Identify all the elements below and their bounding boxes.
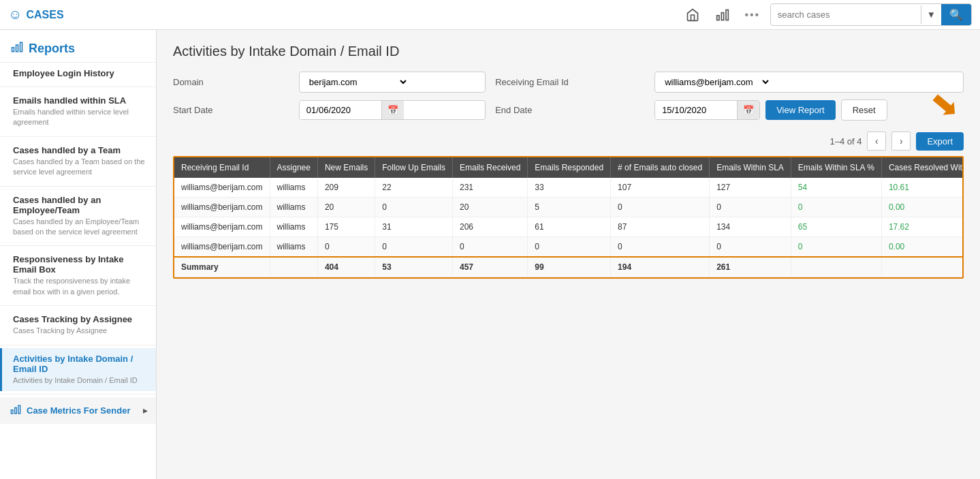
case-metrics-icon bbox=[10, 404, 21, 417]
sidebar-reports-label: Reports bbox=[29, 42, 75, 56]
end-date-label: End Date bbox=[495, 105, 645, 115]
more-button[interactable]: ••• bbox=[740, 3, 765, 27]
sidebar-item-title: Employee Login History bbox=[13, 68, 145, 78]
svg-rect-1 bbox=[721, 12, 723, 20]
case-metrics-label: Case Metrics For Sender bbox=[27, 405, 130, 416]
sidebar-item-responsiveness[interactable]: Responsiveness by Intake Email Box Track… bbox=[0, 249, 156, 303]
cell-emails-responded: 61 bbox=[528, 217, 611, 237]
cell-assignee: williams bbox=[270, 198, 317, 217]
sidebar-item-desc: Cases handled by a Team based on the ser… bbox=[13, 157, 145, 178]
sidebar-item-cases-employee-team[interactable]: Cases handled by an Employee/Team Cases … bbox=[0, 189, 156, 243]
pagination-info: 1–4 of 4 bbox=[829, 136, 862, 146]
sidebar-item-cases-team[interactable]: Cases handled by a Team Cases handled by… bbox=[0, 140, 156, 183]
sidebar-item-case-metrics[interactable]: Case Metrics For Sender ▸ bbox=[0, 397, 156, 424]
cell-follow-up-emails: 31 bbox=[375, 217, 453, 237]
domain-select[interactable]: berijam.com bbox=[300, 72, 409, 92]
cell-cases-resolved-sla: 17.62 bbox=[881, 217, 964, 237]
search-input[interactable] bbox=[771, 5, 921, 24]
cell-emails-within-sla-pct: 65 bbox=[791, 217, 881, 237]
receiving-email-label: Receiving Email Id bbox=[495, 77, 645, 87]
cell-emails-responded: 5 bbox=[528, 198, 611, 217]
search-dropdown-button[interactable]: ▼ bbox=[921, 5, 941, 24]
top-nav-icons: ••• ▼ 🔍 bbox=[680, 3, 972, 27]
col-emails-auto-closed: # of Emails auto closed bbox=[611, 157, 710, 178]
cell-emails-received: 20 bbox=[452, 198, 527, 217]
domain-label: Domain bbox=[173, 77, 289, 87]
cell-follow-up-emails: 0 bbox=[375, 237, 453, 258]
cell-emails-auto-closed: 107 bbox=[611, 178, 710, 198]
receiving-email-select-wrap: williams@berijam.com bbox=[654, 72, 964, 93]
sidebar-item-cases-tracking[interactable]: Cases Tracking by Assignee Cases Trackin… bbox=[0, 309, 156, 341]
start-date-wrap: 📅 bbox=[299, 100, 486, 120]
summary-resolved bbox=[881, 257, 964, 277]
col-assignee: Assignee bbox=[270, 157, 317, 178]
cell-emails-within-sla: 0 bbox=[710, 237, 791, 258]
start-date-calendar-icon[interactable]: 📅 bbox=[381, 101, 404, 119]
table-toolbar: 1–4 of 4 ‹ › Export bbox=[173, 132, 964, 151]
svg-rect-4 bbox=[16, 45, 18, 52]
summary-follow-up: 53 bbox=[375, 257, 453, 277]
cell-emails-within-sla: 0 bbox=[710, 198, 791, 217]
col-follow-up-emails: Follow Up Emails bbox=[375, 157, 453, 178]
main-content: Activities by Intake Domain / Email ID ➡… bbox=[157, 30, 980, 479]
cell-assignee: williams bbox=[270, 178, 317, 198]
cell-emails-received: 231 bbox=[452, 178, 527, 198]
pagination-next-button[interactable]: › bbox=[891, 132, 911, 151]
summary-row: Summary4045345799194261 bbox=[174, 257, 964, 277]
domain-select-wrap: berijam.com bbox=[299, 72, 486, 93]
table-row: williams@berijam.comwilliams2002050000.0… bbox=[174, 198, 964, 217]
app-title: CASES bbox=[26, 9, 63, 21]
view-report-button[interactable]: View Report bbox=[765, 100, 836, 120]
cell-new-emails: 20 bbox=[317, 198, 375, 217]
start-date-input[interactable] bbox=[300, 101, 381, 119]
svg-rect-2 bbox=[716, 15, 718, 20]
start-date-label: Start Date bbox=[173, 105, 289, 115]
search-wrap: ▼ 🔍 bbox=[770, 3, 972, 26]
cell-receiving-email: williams@berijam.com bbox=[174, 237, 270, 258]
sidebar-item-desc: Cases Tracking by Assignee bbox=[13, 326, 145, 336]
data-table: Receiving Email Id Assignee New Emails F… bbox=[174, 157, 964, 277]
sidebar-item-employee-login[interactable]: Employee Login History bbox=[0, 63, 156, 84]
svg-rect-6 bbox=[18, 405, 20, 414]
col-cases-resolved-sla: Cases Resolved Within SLA % bbox=[881, 157, 964, 178]
summary-received: 457 bbox=[452, 257, 527, 277]
end-date-calendar-icon[interactable]: 📅 bbox=[737, 101, 759, 119]
svg-rect-7 bbox=[15, 407, 17, 414]
col-emails-within-sla: Emails Within SLA bbox=[710, 157, 791, 178]
chart-button[interactable] bbox=[710, 3, 735, 27]
logo-icon: ☺ bbox=[8, 7, 22, 22]
export-button[interactable]: Export bbox=[916, 132, 964, 151]
end-date-input[interactable] bbox=[655, 101, 737, 119]
cell-cases-resolved-sla: 0.00 bbox=[881, 237, 964, 258]
table-header-row: Receiving Email Id Assignee New Emails F… bbox=[174, 157, 964, 178]
pagination-prev-button[interactable]: ‹ bbox=[867, 132, 886, 151]
sidebar-bar-icon bbox=[11, 41, 23, 57]
summary-within-sla: 261 bbox=[710, 257, 791, 277]
sidebar-item-title: Responsiveness by Intake Email Box bbox=[13, 254, 145, 275]
table-row: williams@berijam.comwilliams00000000.000… bbox=[174, 237, 964, 258]
cell-emails-responded: 0 bbox=[528, 237, 611, 258]
sidebar-item-activities-intake[interactable]: Activities by Intake Domain / Email ID A… bbox=[0, 348, 156, 391]
cell-follow-up-emails: 22 bbox=[375, 178, 453, 198]
home-button[interactable] bbox=[680, 3, 705, 27]
svg-rect-8 bbox=[11, 410, 13, 414]
sidebar-item-emails-sla[interactable]: Emails handled within SLA Emails handled… bbox=[0, 90, 156, 134]
sidebar-item-desc: Emails handled within service level agre… bbox=[13, 107, 145, 128]
summary-label: Summary bbox=[174, 257, 270, 277]
cell-emails-auto-closed: 87 bbox=[611, 217, 710, 237]
sidebar-item-title: Cases handled by a Team bbox=[13, 145, 145, 155]
cell-emails-received: 206 bbox=[452, 217, 527, 237]
cell-new-emails: 175 bbox=[317, 217, 375, 237]
reset-button[interactable]: Reset bbox=[841, 99, 887, 121]
cell-emails-within-sla-pct: 0 bbox=[791, 237, 881, 258]
end-date-wrap: 📅 bbox=[654, 100, 760, 120]
receiving-email-select[interactable]: williams@berijam.com bbox=[655, 72, 771, 92]
search-submit-button[interactable]: 🔍 bbox=[941, 4, 971, 25]
cell-receiving-email: williams@berijam.com bbox=[174, 178, 270, 198]
cell-new-emails: 0 bbox=[317, 237, 375, 258]
top-nav: ☺ CASES ••• ▼ 🔍 bbox=[0, 0, 980, 30]
filter-form: Domain berijam.com Receiving Email Id wi… bbox=[173, 72, 964, 121]
cell-follow-up-emails: 0 bbox=[375, 198, 453, 217]
sidebar-item-title: Cases handled by an Employee/Team bbox=[13, 195, 145, 215]
sidebar-title: Reports bbox=[0, 30, 156, 63]
